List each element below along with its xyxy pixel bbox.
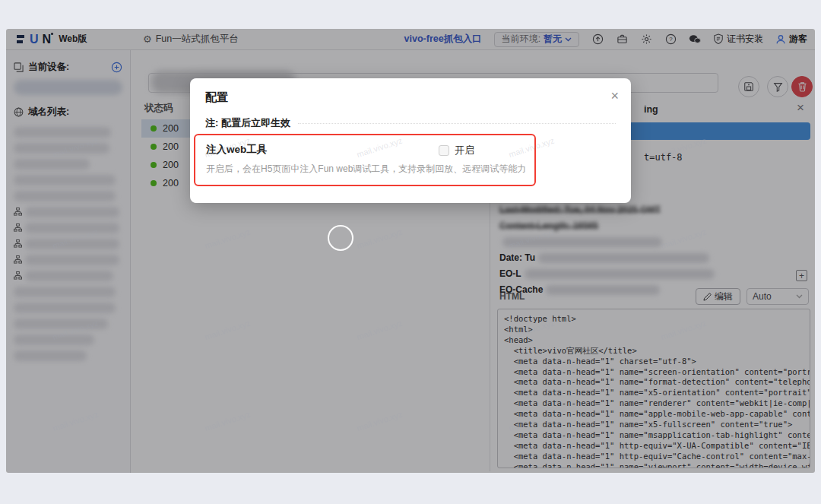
section-title: 注入web工具: [206, 143, 267, 157]
loading-spinner: [328, 225, 353, 251]
modal-close-icon[interactable]: ×: [610, 89, 619, 103]
modal-note: 注: 配置后立即生效: [205, 116, 290, 130]
enable-checkbox[interactable]: [439, 145, 449, 156]
inject-web-tool-section: 注入web工具 开启 开启后，会在H5页面中注入Fun web调试工具，支持录制…: [194, 134, 536, 186]
app-window: U N Web版 ⚙ Fun一站式抓包平台 vivo-free抓包入口 当前环境…: [6, 29, 815, 473]
dotted-divider: [298, 123, 616, 124]
enable-label: 开启: [455, 144, 474, 157]
config-modal: 配置 × 注: 配置后立即生效 注入web工具 开启 开启后，会在H5页面中注入…: [190, 78, 631, 203]
section-description: 开启后，会在H5页面中注入Fun web调试工具，支持录制回放、远程调试等能力: [206, 162, 533, 176]
modal-title: 配置: [205, 90, 616, 105]
